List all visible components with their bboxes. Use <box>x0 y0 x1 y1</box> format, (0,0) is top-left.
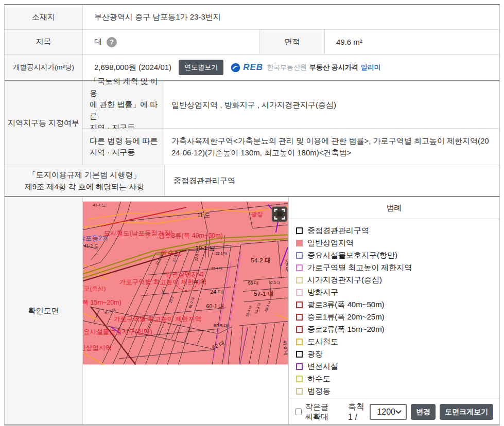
row-zoning: 지역지구등 지정여부 「국토의 계획 및 이용 에 관한 법률」에 따른 지역 … <box>5 81 499 165</box>
map-content: 41-1 도11 도광장19-1 도남포동2가41-2 도도시철도(남포동정거장… <box>83 197 499 424</box>
legend-item: 광장 <box>296 348 499 360</box>
legend-swatch-icon <box>296 314 303 321</box>
row-map: 확인도면 <box>5 197 499 424</box>
legend-item: 중로1류(폭 20m~25m) <box>296 311 499 323</box>
map-text-label: 54-2 대 <box>251 257 271 263</box>
reb-brand-name: 알리미 <box>361 63 381 72</box>
legend-swatch-icon <box>296 289 303 296</box>
price-value: 2,698,000원 (2024/01) <box>94 63 171 73</box>
map-text-label: 41-1 도 <box>93 203 106 207</box>
legend-item-label: 하수도 <box>307 374 331 384</box>
zoning-other-value: 가축사육제한구역<가축분뇨의 관리 및 이용에 관한 법률>, 가로구역별 최고… <box>164 129 499 165</box>
small-text-label: 작은글씨확대 <box>305 402 335 422</box>
map-text-label: 56 대 <box>248 280 259 286</box>
legend-swatch-icon <box>296 363 303 370</box>
legend-items: 중점경관관리구역일반상업지역중요시설물보호지구(항만)가로구역별 최고높이 제한… <box>289 219 499 397</box>
map-text-label: 60-1 대 <box>206 303 224 309</box>
legend-swatch-icon <box>296 376 303 382</box>
reb-service-name: 부동산 공시가격 <box>309 63 358 72</box>
legend-item-label: 도시철도 <box>307 337 338 347</box>
legend-item: 방화지구 <box>296 286 499 298</box>
reb-logo-link[interactable]: REB 한국부동산원 부동산 공시가격 알리미 <box>231 62 381 73</box>
legend-swatch-icon <box>296 277 303 283</box>
legend-item: 일반상업지역 <box>296 237 499 249</box>
legend-controls: 작은글씨확대 축척 1 / 1200 변경 도면크게보기 <box>289 399 499 424</box>
scale-select[interactable]: 1200 <box>370 404 407 420</box>
legend-item: 중요시설물보호지구(항만) <box>296 249 499 261</box>
legend-panel: 범례 중점경관관리구역일반상업지역중요시설물보호지구(항만)가로구역별 최고높이… <box>288 197 499 424</box>
map-text-label: 24 대 <box>210 289 223 295</box>
legend-swatch-icon <box>296 388 303 395</box>
map-label: 확인도면 <box>5 197 83 424</box>
row-location: 소재지 부산광역시 중구 남포동1가 23-3번지 <box>5 5 499 30</box>
scale-label: 축척 1 / <box>348 402 366 422</box>
category-value: 대 <box>94 37 102 47</box>
small-text-checkbox[interactable] <box>295 408 302 416</box>
map-text-label: 일반상업지역 <box>83 344 112 351</box>
legend-item-label: 시가지경관지구(중심) <box>307 275 382 285</box>
map-text-label: 22-4 대 <box>211 267 222 270</box>
zoning-national-row: 「국토의 계획 및 이용 에 관한 법률」에 따른 지역 · 지구등 일반상업지… <box>83 81 499 129</box>
map-text-label: 60-5 대 <box>214 323 229 328</box>
map-text-label: 41-2 도 <box>84 243 99 248</box>
legend-item: 중점경관관리구역 <box>296 224 499 237</box>
location-label: 소재지 <box>5 5 83 29</box>
map-focus-icon[interactable] <box>272 206 287 222</box>
legend-item-label: 일반상업지역 <box>307 238 354 248</box>
row-price: 개별공시지가(m²당) 2,698,000원 (2024/01) 연도별보기 R… <box>5 55 499 81</box>
legend-swatch-icon <box>296 264 303 271</box>
legend-item-label: 광로3류(폭 40m~50m) <box>307 300 385 310</box>
legend-item: 변전시설 <box>296 360 499 372</box>
legend-item-label: 방화지구 <box>307 288 338 297</box>
area-value: 49.6 m² <box>325 30 499 54</box>
legend-item: 중로2류(폭 15m~20m) <box>296 323 499 335</box>
zoning-national-value: 일반상업지역 , 방화지구 , 시가지경관지구(중심) <box>164 81 499 128</box>
legend-item-label: 중요시설물보호지구(항만) <box>307 251 397 260</box>
legend-item-label: 중로1류(폭 20m~25m) <box>307 312 385 322</box>
map-text-label: 광로3류(폭 40m~50m) <box>159 232 223 239</box>
map-text-label: 25 대 <box>285 260 288 272</box>
row-category-area: 지목 대 ? 면적 49.6 m² <box>5 30 499 55</box>
legend-item: 광로3류(폭 40m~50m) <box>296 298 499 311</box>
price-label: 개별공시지가(m²당) <box>5 55 83 80</box>
help-icon[interactable]: ? <box>107 37 117 47</box>
enlarge-map-button[interactable]: 도면크게보기 <box>440 404 493 420</box>
legend-swatch-icon <box>296 227 303 234</box>
scale-value: 1200 <box>377 407 395 417</box>
legend-swatch-icon <box>296 339 303 345</box>
map-text-label: 광장 <box>251 211 264 217</box>
legend-item-label: 가로구역별 최고높이 제한지역 <box>307 263 412 273</box>
map-text-label: 57-1 대 <box>254 291 273 297</box>
legend-item: 시가지경관지구(중심) <box>296 274 499 286</box>
legend-item: 도시철도 <box>296 335 499 348</box>
legend-swatch-icon <box>296 351 303 358</box>
legend-item-label: 광장 <box>307 349 323 359</box>
map-text-label: 중요시설물보호지구(항만) <box>83 328 152 335</box>
reb-logo-icon <box>231 63 240 73</box>
legend-item: 하수도 <box>296 372 499 385</box>
category-value-cell: 대 ? <box>83 30 260 54</box>
category-label: 지목 <box>5 30 83 54</box>
cadastral-map[interactable]: 41-1 도11 도광장19-1 도남포동2가41-2 도도시철도(남포동정거장… <box>83 199 288 367</box>
zoning-other-row: 다른 법령 등에 따른 지역 · 지구등 가축사육제한구역<가축분뇨의 관리 및… <box>83 129 499 165</box>
map-text-label: (폭 15m~20m) <box>83 299 121 306</box>
reb-org-name: 한국부동산원 <box>267 63 307 72</box>
map-text-label: 57-3 대 <box>269 281 280 285</box>
legend-swatch-icon <box>296 252 303 259</box>
enforcement-value: 중점경관관리구역 <box>165 165 499 196</box>
reb-wordmark: REB <box>243 62 263 73</box>
change-button[interactable]: 변경 <box>411 404 436 420</box>
legend-item-label: 법정동 <box>307 386 331 396</box>
legend-swatch-icon <box>296 240 303 246</box>
map-text-label: 11 도 <box>197 212 210 218</box>
map-text-label: 23 대 <box>193 279 204 284</box>
yearly-view-button[interactable]: 연도별보기 <box>179 60 223 75</box>
legend-swatch-icon <box>296 326 303 333</box>
legend-swatch-icon <box>296 301 303 308</box>
legend-item-label: 중로2류(폭 15m~20m) <box>307 325 385 334</box>
legend-item-label: 변전시설 <box>307 362 338 371</box>
legend-title: 범례 <box>289 197 499 219</box>
chevron-down-icon <box>395 410 402 414</box>
row-enforcement: 「토지이용규제 기본법 시행령」 제9조 제4항 각 호에 해당되는 사항 중점… <box>5 165 499 197</box>
zoning-national-label: 「국토의 계획 및 이용 에 관한 법률」에 따른 지역 · 지구등 <box>83 81 164 128</box>
